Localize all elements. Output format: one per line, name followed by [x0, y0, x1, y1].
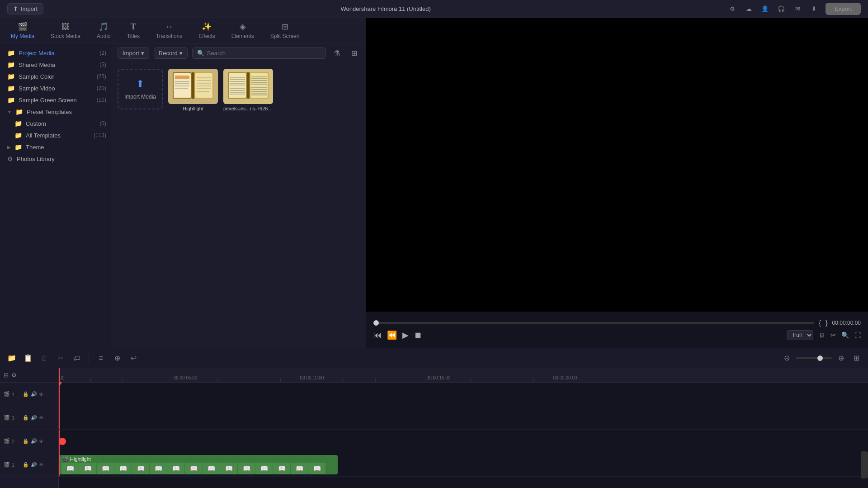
- ruler-mark-20: 00:00:20:00: [553, 375, 577, 380]
- timeline-settings-icon[interactable]: ⚙: [11, 372, 17, 379]
- track-3-audio-icon[interactable]: 🔊: [31, 415, 37, 421]
- track-4-num: 4: [12, 392, 21, 397]
- import-label: Import: [21, 5, 38, 12]
- tl-undo-icon[interactable]: ↩: [127, 352, 140, 365]
- step-back-button[interactable]: ⏮: [373, 331, 382, 340]
- record-button[interactable]: Record ▾: [154, 47, 188, 59]
- track-4-eye-icon[interactable]: 👁: [39, 392, 44, 397]
- tab-transitions[interactable]: ↔ Transitions: [149, 20, 189, 41]
- zoom-in-icon[interactable]: ⊕: [835, 352, 847, 365]
- sample-color-count: (25): [97, 73, 106, 80]
- track-4-audio-icon[interactable]: 🔊: [31, 391, 37, 397]
- track-2-eye-icon[interactable]: 👁: [39, 439, 44, 444]
- sidebar-item-sample-color[interactable]: 📁 Sample Color (25): [0, 71, 112, 82]
- timeline-tracks-container: ⊞ ⚙ 🎬 4 🔒 🔊 👁 🎬 3 🔒 🔊 👁: [0, 368, 868, 488]
- timeline-track-1: 🎬 Hightlight 📖 📖 📖 📖 📖 📖 📖 📖 📖 📖: [59, 453, 868, 477]
- track-2-audio-icon[interactable]: 🔊: [31, 438, 37, 444]
- zoom-fit-icon[interactable]: ⊞: [850, 352, 863, 365]
- zoom-slider[interactable]: [796, 357, 832, 359]
- left-bracket-btn[interactable]: {: [819, 319, 821, 327]
- quality-select[interactable]: Full 1/2 1/4: [787, 330, 813, 340]
- tl-tag-icon[interactable]: 🏷: [71, 352, 83, 365]
- track-2-lock-icon[interactable]: 🔒: [23, 438, 29, 444]
- clip-frame-14: 📖: [291, 463, 308, 474]
- sidebar-item-shared-media[interactable]: 📁 Shared Media (5): [0, 59, 112, 71]
- sidebar-item-photos-library[interactable]: ⚙ Photos Library: [0, 153, 112, 165]
- settings-icon-photos: ⚙: [7, 155, 13, 162]
- svg-rect-11: [175, 76, 189, 79]
- grid-icon[interactable]: ⊞: [348, 47, 360, 60]
- cloud-icon[interactable]: ☁: [744, 5, 753, 14]
- import-button[interactable]: Import ▾: [118, 47, 149, 59]
- sidebar-item-project-media[interactable]: 📁 Project Media (2): [0, 47, 112, 59]
- sidebar-item-preset-templates[interactable]: ▼ 📁 Preset Templates: [0, 106, 112, 118]
- sidebar-item-sample-green-screen[interactable]: 📁 Sample Green Screen (10): [0, 94, 112, 106]
- fullscreen-icon[interactable]: ⛶: [854, 332, 861, 339]
- import-media-card[interactable]: ⬆ Import Media: [118, 69, 163, 109]
- import-media-icon: ⬆: [136, 78, 144, 90]
- zoom-in-icon[interactable]: 🔍: [841, 332, 849, 339]
- export-button[interactable]: Export: [826, 3, 861, 15]
- tab-split-screen[interactable]: ⊞ Split Screen: [263, 20, 307, 41]
- clip-frame-3: 📖: [97, 463, 114, 474]
- download-icon[interactable]: ⬇: [809, 5, 818, 14]
- monitor-icon[interactable]: 🖥: [819, 332, 825, 339]
- project-media-count: (2): [99, 50, 106, 56]
- tl-new-folder-icon[interactable]: 📁: [5, 352, 18, 365]
- media-thumb-pexels[interactable]: pexels-jes...ns-762687: [223, 69, 273, 111]
- ruler-tick-2: [122, 379, 123, 382]
- playhead-line-ruler: [59, 368, 60, 382]
- sidebar-item-sample-video[interactable]: 📁 Sample Video (20): [0, 82, 112, 94]
- tab-audio[interactable]: 🎵 Audio: [90, 20, 118, 41]
- headset-icon[interactable]: 🎧: [777, 5, 786, 14]
- scroll-thumb[interactable]: [861, 451, 868, 479]
- track-3-eye-icon[interactable]: 👁: [39, 415, 44, 421]
- zoom-area: ⊖ ⊕ ⊞: [780, 352, 863, 365]
- record-dropdown-icon: ▾: [179, 50, 183, 57]
- sample-video-count: (20): [97, 85, 106, 91]
- filter-icon[interactable]: ⚗: [330, 47, 343, 60]
- timeline-area: 📁 📋 🗑 ✂ 🏷 ≡ ⊕ ↩ ⊖ ⊕ ⊞ ⊞ ⚙ 🎬: [0, 348, 868, 488]
- frame-back-button[interactable]: ⏪: [387, 330, 397, 340]
- tl-add-icon[interactable]: 📋: [22, 352, 34, 365]
- media-thumb-hightlight[interactable]: Hightlight: [168, 69, 218, 111]
- search-box[interactable]: 🔍: [192, 47, 326, 59]
- track-1-eye-icon[interactable]: 👁: [39, 462, 44, 468]
- tab-effects[interactable]: ✨ Effects: [191, 20, 222, 41]
- sidebar-item-custom[interactable]: 📁 Custom (0): [0, 118, 112, 129]
- play-button[interactable]: ▶: [402, 330, 409, 340]
- crop-icon[interactable]: ✂: [830, 332, 836, 339]
- zoom-out-icon[interactable]: ⊖: [780, 352, 793, 365]
- import-dropdown-label: Import: [123, 50, 139, 57]
- track-2-video-icon: 🎬: [4, 438, 10, 444]
- effects-label: Effects: [198, 33, 215, 39]
- tab-elements[interactable]: ◈ Elements: [224, 20, 261, 41]
- track-4-lock-icon[interactable]: 🔒: [23, 391, 29, 397]
- tab-my-media[interactable]: 🎬 My Media: [4, 20, 42, 41]
- video-clip-hightlight[interactable]: 🎬 Hightlight 📖 📖 📖 📖 📖 📖 📖 📖 📖 📖: [60, 455, 338, 474]
- mail-icon[interactable]: ✉: [793, 5, 802, 14]
- track-1-audio-icon[interactable]: 🔊: [31, 462, 37, 468]
- sidebar-item-all-templates[interactable]: 📁 All Templates (113): [0, 129, 112, 141]
- tl-magnet-icon[interactable]: ⊕: [111, 352, 123, 365]
- svg-rect-4: [195, 73, 212, 98]
- track-1-lock-icon[interactable]: 🔒: [23, 462, 29, 468]
- progress-thumb[interactable]: [373, 320, 379, 326]
- track-1-num: 1: [12, 462, 21, 468]
- tab-titles[interactable]: T Titles: [120, 20, 147, 41]
- ruler-tick-10: [375, 379, 376, 382]
- sidebar-item-theme[interactable]: ▶ 📁 Theme: [0, 141, 112, 153]
- search-input[interactable]: [207, 50, 321, 57]
- elements-label: Elements: [231, 33, 254, 39]
- preset-templates-label: Preset Templates: [27, 109, 106, 115]
- clip-frame-12: 📖: [255, 463, 273, 474]
- settings-icon[interactable]: ⚙: [728, 5, 737, 14]
- stop-button[interactable]: ⏹: [414, 331, 422, 340]
- track-3-lock-icon[interactable]: 🔒: [23, 415, 29, 421]
- right-bracket-btn[interactable]: }: [826, 319, 828, 327]
- tab-stock-media[interactable]: 🖼 Stock Media: [43, 20, 88, 41]
- top-import-button[interactable]: ⬆ Import: [7, 3, 43, 14]
- tl-align-icon[interactable]: ≡: [94, 352, 107, 365]
- user-icon[interactable]: 👤: [760, 5, 769, 14]
- progress-track[interactable]: [373, 322, 814, 324]
